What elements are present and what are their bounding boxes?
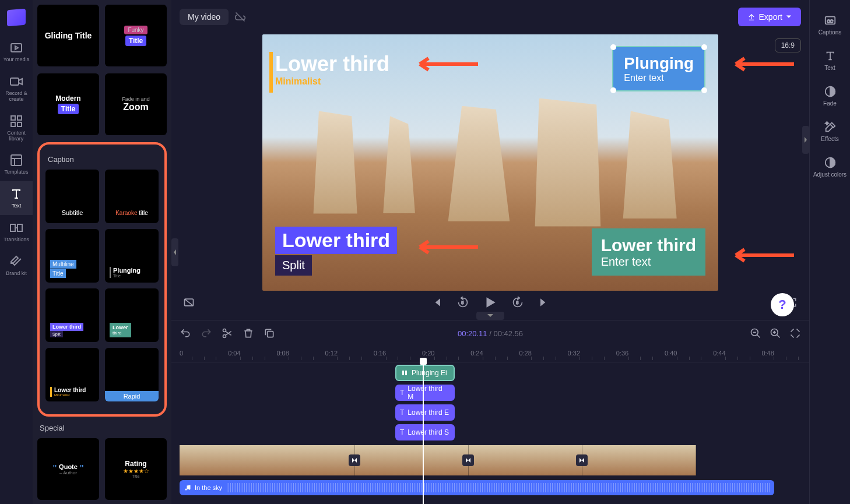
- panel-fade[interactable]: Fade: [810, 78, 850, 114]
- annotation-arrow-3: [408, 238, 478, 256]
- brand-icon: [9, 255, 23, 269]
- caption-label: Caption: [48, 155, 159, 164]
- project-title[interactable]: My video: [180, 9, 229, 25]
- panel-text[interactable]: Text: [810, 43, 850, 78]
- ruler-mark: 0:36: [616, 350, 628, 357]
- transition-1[interactable]: [349, 454, 360, 466]
- asset-funky-title[interactable]: Funky Title: [105, 5, 167, 66]
- redo-icon[interactable]: [201, 327, 212, 339]
- split-icon[interactable]: [222, 327, 233, 339]
- forward-5-icon[interactable]: 5: [512, 297, 524, 308]
- overlay-plunging-selected[interactable]: Plunging Enter text: [612, 46, 705, 91]
- duplicate-icon[interactable]: [264, 327, 275, 339]
- svg-rect-4: [11, 122, 15, 126]
- timeline-tools: 00:20.11 / 00:42.56: [171, 320, 809, 346]
- collapse-right-panel[interactable]: [802, 126, 809, 154]
- delete-icon[interactable]: [243, 327, 254, 339]
- video-canvas[interactable]: Lower third Minimalist Plunging Enter te…: [262, 34, 718, 291]
- library-icon: [9, 114, 23, 128]
- audio-track[interactable]: In the sky: [180, 480, 774, 495]
- asset-karaoke-title[interactable]: Karaoke title: [105, 170, 159, 223]
- rewind-5-icon[interactable]: 5: [457, 297, 469, 308]
- panel-captions[interactable]: CC Captions: [810, 7, 850, 43]
- zoom-in-icon[interactable]: [770, 327, 781, 339]
- timeline-section: 00:20.11 / 00:42.56 00:040:080:120:160:2…: [171, 320, 809, 504]
- playhead[interactable]: [423, 362, 424, 504]
- nav-templates[interactable]: Templates: [0, 147, 33, 181]
- timeline-ruler[interactable]: 00:040:080:120:160:200:240:280:320:360:4…: [171, 346, 809, 362]
- aspect-ratio-button[interactable]: 16:9: [775, 38, 801, 52]
- nav-your-media[interactable]: Your media: [0, 35, 33, 69]
- clip-lower-third-2[interactable]: T Lower third E: [395, 404, 455, 421]
- special-label: Special: [40, 424, 167, 432]
- upload-icon: [747, 13, 756, 21]
- undo-icon[interactable]: [180, 327, 191, 339]
- annotation-arrow-4: [724, 246, 794, 264]
- music-icon: [184, 484, 191, 491]
- video-track[interactable]: [180, 445, 696, 475]
- resize-handle-tl[interactable]: [610, 44, 616, 50]
- svg-rect-14: [268, 332, 273, 337]
- text-clip-icon: T: [400, 428, 404, 436]
- asset-rating[interactable]: Rating ★★★★☆ Title: [105, 438, 167, 500]
- asset-multiline-title[interactable]: Multiline Title: [45, 229, 99, 283]
- asset-panel: Gliding Title Funky Title Modern Title F…: [33, 0, 171, 504]
- transition-2[interactable]: [462, 454, 474, 466]
- overlay-lower-third-minimalist[interactable]: Lower third Minimalist: [275, 52, 389, 87]
- main-area: My video Export 16:9 Lower third Minimal…: [171, 0, 809, 504]
- left-rail: Your media Record & create Content libra…: [0, 0, 33, 504]
- resize-handle-bl[interactable]: [610, 87, 616, 93]
- fit-icon[interactable]: [789, 327, 801, 339]
- title-row-2: Modern Title Fade in and Zoom: [37, 73, 167, 135]
- nav-content-library[interactable]: Content library: [0, 108, 33, 148]
- templates-icon: [9, 153, 23, 167]
- asset-quote[interactable]: " Quote – Author ": [37, 438, 99, 500]
- panel-effects[interactable]: Effects: [810, 114, 850, 149]
- text-icon: [9, 187, 23, 201]
- asset-gliding-title[interactable]: Gliding Title: [37, 5, 99, 66]
- nav-brand-kit[interactable]: Brand kit: [0, 249, 33, 283]
- asset-lower-third-green[interactable]: Lower third: [105, 288, 159, 342]
- transitions-icon: [9, 221, 23, 235]
- overlay-lower-third-split[interactable]: Lower third Split: [275, 227, 397, 276]
- clip-lower-third-3[interactable]: T Lower third S: [395, 424, 455, 440]
- svg-rect-5: [17, 122, 22, 126]
- asset-modern-title[interactable]: Modern Title: [37, 73, 99, 135]
- collapse-preview[interactable]: [476, 312, 504, 320]
- ruler-mark: 0:04: [228, 350, 240, 357]
- safe-zone-icon[interactable]: [183, 297, 195, 308]
- asset-subtitle[interactable]: Subtitle: [45, 170, 99, 223]
- zoom-out-icon[interactable]: [750, 327, 761, 339]
- timeline-tracks[interactable]: Plunging Ei T Lower third M T Lower thir…: [171, 362, 809, 504]
- asset-plunging[interactable]: Plunging Title: [105, 229, 159, 283]
- asset-fade-zoom[interactable]: Fade in and Zoom: [105, 73, 167, 135]
- annotation-arrow-1: [408, 55, 478, 73]
- nav-text[interactable]: Text: [0, 181, 33, 215]
- ruler-mark: 0:44: [713, 350, 725, 357]
- overlay-lower-third-green[interactable]: Lower third Enter text: [592, 228, 705, 276]
- right-rail: CC Captions Text Fade Effects Adjust col…: [809, 0, 850, 504]
- ruler-mark: 0:08: [276, 350, 289, 357]
- collapse-left-panel[interactable]: [171, 238, 178, 266]
- clip-lower-third-1[interactable]: T Lower third M: [395, 385, 455, 401]
- ruler-mark: 0:32: [568, 350, 580, 357]
- export-button[interactable]: Export: [738, 8, 801, 26]
- skip-forward-icon[interactable]: [538, 297, 549, 308]
- nav-transitions[interactable]: Transitions: [0, 215, 33, 249]
- ruler-mark: 0:40: [665, 350, 677, 357]
- transition-3[interactable]: [576, 454, 588, 466]
- resize-handle-tr[interactable]: [701, 44, 707, 50]
- skip-back-icon[interactable]: [431, 297, 443, 308]
- svg-rect-7: [10, 224, 15, 231]
- help-button[interactable]: ?: [771, 293, 794, 316]
- svg-rect-17: [402, 371, 404, 375]
- play-icon[interactable]: [483, 295, 498, 310]
- nav-record[interactable]: Record & create: [0, 69, 33, 108]
- clip-plunging[interactable]: Plunging Ei: [395, 365, 455, 381]
- asset-rapid[interactable]: Rapid: [105, 348, 159, 401]
- asset-lower-third-split[interactable]: Lower third Split: [45, 288, 99, 342]
- panel-adjust-colors[interactable]: Adjust colors: [810, 149, 850, 185]
- asset-lower-third-minimalist[interactable]: Lower third Minimalist: [45, 348, 99, 401]
- cloud-off-icon[interactable]: [234, 11, 246, 23]
- resize-handle-br[interactable]: [701, 87, 707, 93]
